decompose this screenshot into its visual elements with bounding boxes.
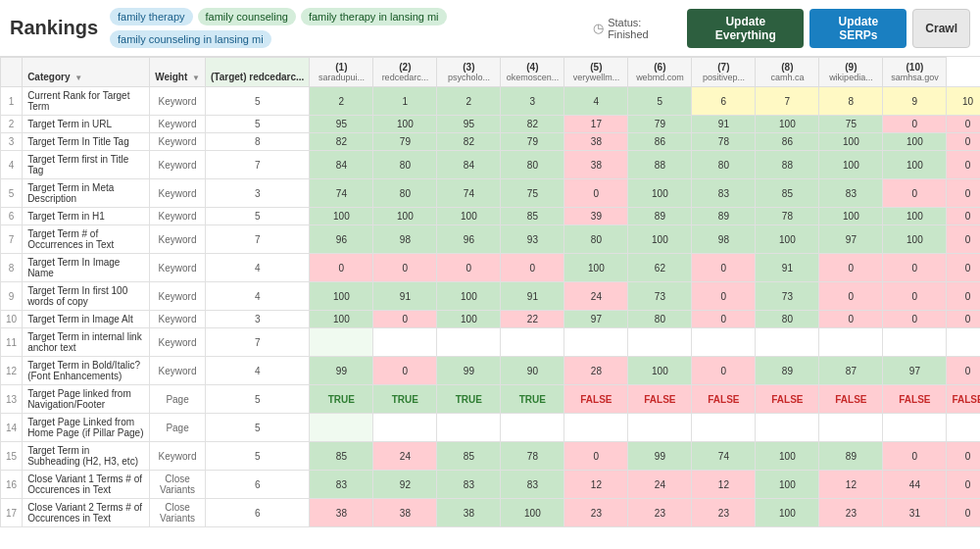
row-category: Target Term in internal link anchor text — [23, 328, 150, 357]
row-site-value: 78 — [692, 133, 756, 151]
row-site-value: 86 — [628, 133, 692, 151]
keyword-tag-2[interactable]: family therapy in lansing mi — [301, 8, 447, 25]
row-category: Target Term In Title Tag — [23, 133, 150, 151]
col-header-site-4: (4)okemoscen... — [501, 58, 564, 87]
row-number: 7 — [1, 225, 23, 254]
row-site-value: 100 — [501, 499, 564, 527]
row-site-value: 0 — [947, 179, 980, 208]
row-weight: 4 — [205, 282, 309, 311]
row-site-value — [437, 328, 501, 357]
row-type: Close Variants — [150, 499, 206, 527]
row-site-value: FALSE — [756, 385, 819, 414]
row-site-value — [756, 414, 819, 442]
row-site-value — [819, 414, 883, 442]
table-row: 9Target Term In first 100 words of copyK… — [1, 282, 981, 311]
row-site-value: 8 — [819, 87, 883, 116]
page-title: Rankings — [10, 17, 98, 39]
row-target-value — [310, 414, 373, 442]
row-site-value: 100 — [628, 357, 692, 385]
row-site-value: 80 — [501, 151, 564, 179]
status-badge: ◷ Status: Finished — [593, 17, 679, 40]
row-site-value: 96 — [437, 225, 501, 254]
row-site-value: TRUE — [437, 385, 501, 414]
row-site-value: 80 — [564, 225, 628, 254]
row-weight: 4 — [205, 254, 309, 282]
row-site-value: 0 — [373, 311, 437, 328]
update-serps-button[interactable]: Update SERPs — [809, 9, 906, 48]
row-site-value: 10 — [947, 87, 980, 116]
row-site-value: 0 — [883, 179, 947, 208]
row-site-value: 0 — [883, 116, 947, 133]
row-site-value: 100 — [437, 208, 501, 225]
row-site-value: 98 — [373, 225, 437, 254]
row-site-value: 0 — [947, 151, 980, 179]
row-site-value: 85 — [501, 208, 564, 225]
row-site-value: 100 — [628, 179, 692, 208]
row-site-value: 0 — [883, 311, 947, 328]
row-number: 15 — [1, 442, 23, 471]
row-site-value: 100 — [756, 116, 819, 133]
col-header-target: (Target) redcedarc... — [205, 58, 309, 87]
row-type: Keyword — [150, 442, 206, 471]
row-site-value: 89 — [692, 208, 756, 225]
row-site-value: 28 — [564, 357, 628, 385]
row-site-value: 99 — [437, 357, 501, 385]
keyword-tag-3[interactable]: family counseling in lansing mi — [110, 30, 271, 48]
row-site-value: 0 — [437, 254, 501, 282]
row-site-value: 78 — [756, 208, 819, 225]
header: Rankings family therapyfamily counseling… — [0, 0, 980, 57]
row-site-value — [692, 414, 756, 442]
row-site-value: TRUE — [373, 385, 437, 414]
row-type: Keyword — [150, 179, 206, 208]
row-site-value: FALSE — [947, 385, 980, 414]
row-site-value: 82 — [437, 133, 501, 151]
row-category: Target Term in H1 — [23, 208, 150, 225]
row-site-value: 79 — [501, 133, 564, 151]
update-everything-button[interactable]: Update Everything — [687, 9, 804, 48]
row-target-value: 100 — [310, 282, 373, 311]
row-target-value: 38 — [310, 499, 373, 527]
row-site-value: 0 — [947, 116, 980, 133]
keyword-tag-0[interactable]: family therapy — [110, 8, 192, 25]
row-site-value: 0 — [501, 254, 564, 282]
table-row: 11Target Term in internal link anchor te… — [1, 328, 981, 357]
row-site-value: 79 — [373, 133, 437, 151]
row-type: Keyword — [150, 328, 206, 357]
row-number: 9 — [1, 282, 23, 311]
table-row: 3Target Term In Title TagKeyword88279827… — [1, 133, 981, 151]
row-site-value: 100 — [756, 225, 819, 254]
col-header-site-2: (2)redcedarc... — [373, 58, 437, 87]
action-buttons: Update Everything Update SERPs Crawl — [687, 9, 970, 48]
table-row: 10Target Term in Image AltKeyword3100010… — [1, 311, 981, 328]
row-category: Target Term first in Title Tag — [23, 151, 150, 179]
row-site-value: 75 — [819, 116, 883, 133]
crawl-button[interactable]: Crawl — [912, 9, 970, 48]
row-number: 5 — [1, 179, 23, 208]
row-site-value: 74 — [692, 442, 756, 471]
table-row: 17Close Variant 2 Terms # of Occurences … — [1, 499, 981, 527]
row-type: Keyword — [150, 357, 206, 385]
row-category: Target Term in Subheading (H2, H3, etc) — [23, 442, 150, 471]
row-category: Target Term In Image Name — [23, 254, 150, 282]
row-site-value: FALSE — [564, 385, 628, 414]
row-site-value: 80 — [756, 311, 819, 328]
row-site-value: 39 — [564, 208, 628, 225]
row-target-value: 0 — [310, 254, 373, 282]
row-site-value: 38 — [564, 151, 628, 179]
row-category: Target Page linked from Navigation/Foote… — [23, 385, 150, 414]
row-site-value: 100 — [756, 442, 819, 471]
row-site-value: 12 — [564, 471, 628, 499]
row-weight: 4 — [205, 357, 309, 385]
row-weight: 5 — [205, 87, 309, 116]
row-site-value — [373, 328, 437, 357]
table-row: 6Target Term in H1Keyword510010010085398… — [1, 208, 981, 225]
row-site-value: 3 — [501, 87, 564, 116]
row-site-value: 80 — [373, 151, 437, 179]
row-weight: 5 — [205, 116, 309, 133]
row-site-value: 97 — [819, 225, 883, 254]
row-target-value: 100 — [310, 208, 373, 225]
row-category: Target Term in Image Alt — [23, 311, 150, 328]
row-site-value: 87 — [819, 357, 883, 385]
col-header-site-1: (1)saradupui... — [310, 58, 373, 87]
keyword-tag-1[interactable]: family counseling — [198, 8, 296, 25]
